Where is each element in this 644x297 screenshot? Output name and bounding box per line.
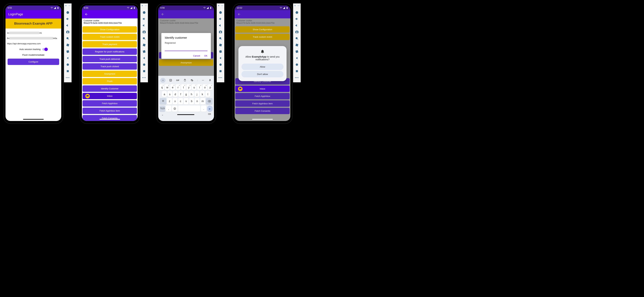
emu-back-icon[interactable] — [218, 56, 222, 60]
emu-power-icon[interactable] — [295, 10, 299, 14]
kb-symbols-key[interactable]: ?123 — [160, 105, 165, 112]
kb-key-y[interactable]: y6 — [186, 84, 191, 90]
kb-key-k[interactable]: k — [200, 91, 205, 97]
emu-minimize-icon[interactable]: — — [145, 4, 147, 7]
emu-zoom-icon[interactable] — [142, 36, 146, 40]
kb-key-w[interactable]: w2 — [165, 84, 170, 90]
kb-backspace-key[interactable] — [206, 98, 212, 104]
emu-overview-icon[interactable] — [295, 69, 299, 73]
emu-rotate-right-icon[interactable] — [142, 49, 146, 54]
permission-deny-button[interactable]: Don't allow — [242, 71, 284, 77]
fetch-consents-button[interactable]: Fetch Consents — [82, 115, 137, 121]
emu-volume-down-icon[interactable] — [142, 23, 146, 27]
back-arrow-icon[interactable] — [85, 12, 88, 16]
fetch-appinbox-button[interactable]: Fetch AppInbox — [82, 100, 137, 107]
emu-back-icon[interactable] — [142, 56, 146, 60]
kb-key-p[interactable]: p0 — [208, 84, 212, 90]
kb-key-v[interactable]: v — [184, 98, 188, 104]
emu-more-icon[interactable]: ••• — [295, 76, 299, 80]
kb-key-e[interactable]: e3 — [170, 84, 175, 90]
emu-more-icon[interactable]: ••• — [142, 76, 146, 80]
emu-overview-icon[interactable] — [66, 69, 70, 73]
kb-key-a[interactable]: a — [162, 91, 167, 97]
emu-close-icon[interactable]: ✕ — [142, 4, 143, 7]
track-push-clicked-button[interactable]: Track push clicked — [82, 63, 137, 70]
track-payment-button[interactable]: Track payment — [82, 41, 137, 47]
kb-key-i[interactable]: i8 — [197, 84, 202, 90]
emu-power-icon[interactable] — [142, 10, 146, 14]
flush-button[interactable]: Flush — [82, 78, 137, 84]
kb-enter-key[interactable] — [207, 105, 212, 112]
emu-home-icon[interactable] — [142, 62, 146, 67]
kb-key-h[interactable]: h — [189, 91, 194, 97]
emu-camera-icon[interactable] — [295, 30, 299, 34]
kb-period-key[interactable]: . — [201, 105, 206, 112]
kb-key-r[interactable]: r4 — [176, 84, 180, 90]
emu-home-icon[interactable] — [66, 62, 70, 67]
kb-mic-icon[interactable] — [208, 78, 212, 82]
emu-volume-up-icon[interactable] — [218, 17, 222, 21]
kb-key-x[interactable]: x — [173, 98, 178, 104]
kb-settings-icon[interactable] — [190, 78, 194, 82]
kb-gif-icon[interactable]: GIF — [176, 78, 180, 82]
kb-key-o[interactable]: o9 — [203, 84, 207, 90]
emu-rotate-left-icon[interactable] — [218, 43, 222, 47]
emu-home-icon[interactable] — [218, 62, 222, 67]
emu-camera-icon[interactable] — [66, 30, 70, 34]
emu-camera-icon[interactable] — [142, 30, 146, 34]
configure-button[interactable]: Configure — [8, 59, 59, 65]
emu-close-icon[interactable]: ✕ — [218, 4, 220, 7]
kb-comma-key[interactable]: , — [166, 105, 171, 112]
emu-minimize-icon[interactable]: — — [221, 4, 223, 7]
kb-key-q[interactable]: q1 — [160, 84, 164, 90]
kb-layout-icon[interactable]: ⌨ — [208, 113, 211, 116]
emu-close-icon[interactable]: ✕ — [294, 4, 296, 7]
kb-key-c[interactable]: c — [178, 98, 183, 104]
emu-power-icon[interactable] — [218, 10, 222, 14]
emu-rotate-right-icon[interactable] — [66, 49, 70, 54]
kb-clipboard-icon[interactable] — [183, 78, 187, 82]
kb-emoji-key[interactable] — [172, 105, 178, 112]
nav-bar[interactable] — [252, 119, 273, 120]
soft-keyboard[interactable]: GIF | ⋯ q1w2e3r4t5y6u7i8o9p0 asdfghjkl — [158, 76, 214, 121]
emu-back-icon[interactable] — [295, 56, 299, 60]
show-configuration-button[interactable]: Show Configuration — [82, 26, 137, 33]
register-push-button[interactable]: Register for push notifications — [82, 48, 137, 55]
emu-camera-icon[interactable] — [218, 30, 222, 34]
emu-home-icon[interactable] — [295, 62, 299, 67]
emu-close-icon[interactable]: ✕ — [65, 4, 67, 7]
dialog-ok-button[interactable]: OK — [204, 54, 208, 57]
kb-hide-icon[interactable]: ⌄ — [161, 113, 164, 116]
identify-customer-button[interactable]: Identify Customer — [82, 85, 137, 92]
permission-allow-button[interactable]: Allow — [242, 64, 284, 70]
kb-key-t[interactable]: t5 — [181, 84, 186, 90]
emu-zoom-icon[interactable] — [218, 36, 222, 40]
emu-rotate-left-icon[interactable] — [295, 43, 299, 47]
kb-shift-key[interactable] — [160, 98, 166, 104]
emu-volume-up-icon[interactable] — [295, 17, 299, 21]
dialog-cancel-button[interactable]: Cancel — [193, 54, 200, 57]
emu-rotate-right-icon[interactable] — [295, 49, 299, 54]
kb-key-l[interactable]: l — [206, 91, 210, 97]
emu-volume-down-icon[interactable] — [218, 23, 222, 27]
kb-key-b[interactable]: b — [189, 98, 194, 104]
kb-key-d[interactable]: d — [173, 91, 178, 97]
anonymize-button[interactable]: Anonymize — [82, 71, 137, 77]
emu-zoom-icon[interactable] — [295, 36, 299, 40]
kb-key-n[interactable]: n — [195, 98, 200, 104]
kb-more-icon[interactable]: ⋯ — [201, 78, 205, 82]
kb-key-f[interactable]: f — [178, 91, 183, 97]
kb-key-u[interactable]: u7 — [192, 84, 196, 90]
emu-volume-up-icon[interactable] — [142, 17, 146, 21]
fetch-appinbox-item-button[interactable]: Fetch AppInbox item — [82, 108, 137, 114]
inbox-button[interactable]: Inbox — [82, 93, 137, 99]
emu-volume-down-icon[interactable] — [66, 23, 70, 27]
emu-volume-up-icon[interactable] — [66, 17, 70, 21]
nav-bar[interactable] — [100, 119, 120, 120]
emu-volume-down-icon[interactable] — [295, 23, 299, 27]
emu-back-icon[interactable] — [66, 56, 70, 60]
kb-key-g[interactable]: g — [184, 91, 188, 97]
kb-key-z[interactable]: z — [167, 98, 172, 104]
track-push-delivered-button[interactable]: Track push delivered — [82, 56, 137, 62]
kb-collapse-icon[interactable] — [160, 78, 166, 83]
